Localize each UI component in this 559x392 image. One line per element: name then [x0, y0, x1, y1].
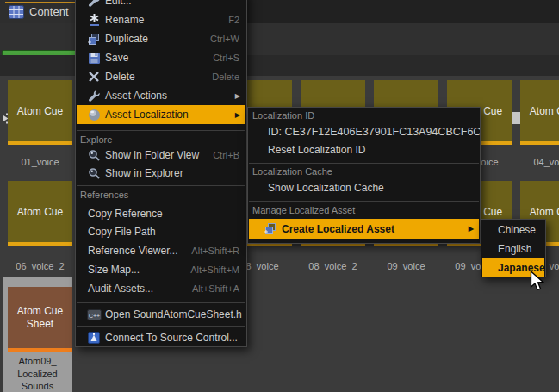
asset-localization-submenu: Localization ID ID: CE37F12E406E37901FC1… [247, 107, 481, 244]
submenu-arrow-icon: ▶ [235, 111, 240, 119]
menu-item-delete[interactable]: Delete Delete [77, 67, 245, 86]
wrench-icon [84, 90, 103, 103]
asset-tile-atom-cue-sheet[interactable]: Atom Cue Sheet [8, 287, 72, 352]
source-control-icon [84, 332, 103, 344]
menu-item-asset-localization[interactable]: Asset Localization ▶ [77, 105, 245, 124]
rename-asterisk-icon [84, 13, 103, 27]
submenu-item-show-localization-cache[interactable]: Show Localization Cache [249, 178, 479, 197]
asset-label: 01_voice [3, 157, 77, 167]
submenu-section-localization-cache: Localization Cache [252, 165, 332, 178]
save-floppy-icon [84, 52, 103, 65]
menu-item-duplicate[interactable]: Duplicate Ctrl+W [77, 29, 245, 48]
active-tab-accent [5, 2, 75, 3]
menu-item-open-header[interactable]: C++ Open SoundAtomCueSheet.h [77, 305, 245, 324]
submenu-arrow-icon: ▶ [235, 92, 240, 100]
menu-item-save[interactable]: Save Ctrl+S [77, 48, 245, 67]
menu-item-audit-assets[interactable]: Audit Assets... Alt+Shift+A [77, 279, 245, 298]
menu-section-explore: Explore [80, 133, 112, 146]
menu-item-reference-viewer[interactable]: Reference Viewer... Alt+Shift+R [77, 241, 245, 260]
menu-separator [77, 130, 245, 131]
menu-item-edit[interactable]: Edit... [77, 0, 245, 10]
delete-x-icon [84, 71, 103, 83]
menu-separator [77, 185, 245, 186]
menu-separator [77, 326, 245, 327]
submenu-section-manage-localized-asset: Manage Localized Asset [252, 203, 355, 217]
asset-tile[interactable]: Atom Cue [8, 80, 72, 145]
menu-item-show-in-explorer[interactable]: Show in Explorer [77, 164, 245, 183]
menu-item-copy-file-path[interactable]: Copy File Path [77, 222, 245, 241]
menu-item-copy-reference[interactable]: Copy Reference [77, 204, 245, 223]
submenu-item-create-localized-asset[interactable]: Create Localized Asset ▶ [249, 219, 479, 239]
asset-tile[interactable]: Atom Cue [8, 181, 72, 246]
menu-item-show-in-folder-view[interactable]: Show in Folder View Ctrl+B [77, 146, 245, 165]
asset-label: 06_voice_2 [3, 261, 77, 271]
menu-separator [249, 163, 479, 164]
menu-item-asset-actions[interactable]: Asset Actions ▶ [77, 86, 245, 105]
language-submenu: Chinese English Japanese [481, 219, 546, 277]
menu-item-size-map[interactable]: Size Map... Alt+Shift+M [77, 260, 245, 279]
menu-separator [77, 302, 245, 303]
submenu-arrow-icon: ▶ [469, 225, 474, 233]
asset-context-menu: Edit... Rename F2 Duplicate Ctrl+W Save … [75, 0, 247, 347]
magnifier-icon [84, 149, 103, 162]
asset-label: 09_voice [370, 261, 443, 271]
submenu-item-english[interactable]: English [482, 240, 544, 258]
tab-content-browser[interactable]: Content [0, 0, 75, 23]
tab-label: Content [29, 5, 69, 18]
asset-label: 08_voice_2 [296, 261, 370, 271]
submenu-item-chinese[interactable]: Chinese [482, 221, 544, 240]
magnifier-icon [84, 167, 103, 180]
selected-asset-label: Atom09_ Localized Sounds [0, 355, 75, 392]
asset-tile[interactable]: Atom Cue [520, 80, 559, 145]
submenu-item-reset-localization-id[interactable]: Reset Localization ID [249, 140, 479, 159]
cpp-file-icon: C++ [84, 309, 103, 320]
menu-section-references: References [80, 188, 128, 202]
menu-item-connect-source-control[interactable]: Connect To Source Control... [77, 328, 245, 347]
mouse-cursor [530, 271, 549, 296]
content-browser-window: Content Add New ← → Content ▶ Sounds ▶ S… [0, 0, 559, 392]
submenu-item-localization-id: ID: CE37F12E406E37901FC13A94CBCF6C23 [249, 122, 479, 141]
submenu-section-localization-id: Localization ID [252, 109, 314, 122]
globe-icon [84, 109, 103, 121]
wrench-icon [84, 0, 103, 8]
svg-text:C++: C++ [88, 312, 99, 318]
content-browser-grid-icon [9, 5, 24, 22]
duplicate-icon [84, 33, 103, 46]
asset-label: 04_voice [516, 157, 559, 167]
menu-item-rename[interactable]: Rename F2 [77, 10, 245, 29]
create-localized-asset-icon [261, 222, 280, 235]
menu-separator [249, 201, 479, 202]
